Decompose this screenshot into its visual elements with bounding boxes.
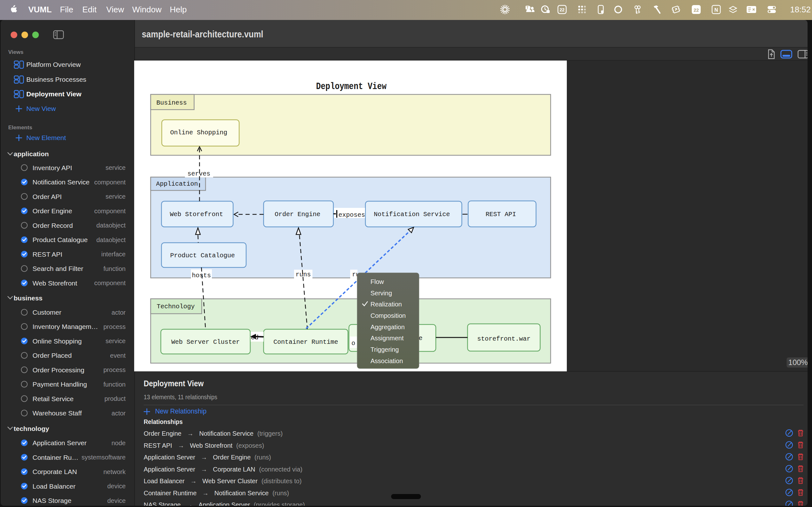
svg-text:New View: New View — [26, 105, 56, 112]
svg-text:product: product — [104, 395, 125, 402]
svg-text:Product Catalogue: Product Catalogue — [33, 236, 88, 243]
svg-text:service: service — [106, 193, 125, 200]
svg-text:Order Engine→Notification Serv: Order Engine→Notification Service(trigge… — [144, 430, 283, 437]
svg-text:component: component — [94, 208, 125, 215]
svg-text:Customer: Customer — [33, 308, 61, 316]
svg-text:Edit: Edit — [83, 5, 97, 14]
svg-text:exposes: exposes — [339, 211, 365, 219]
svg-text:Notification Service: Notification Service — [374, 211, 450, 218]
svg-text:New Relationship: New Relationship — [155, 407, 206, 415]
svg-text:component: component — [94, 279, 125, 286]
svg-text:Application: Application — [156, 180, 198, 187]
svg-text:storefront.war: storefront.war — [477, 335, 530, 343]
svg-text:NAS Storage→Application Server: NAS Storage→Application Server(provides … — [144, 501, 305, 507]
svg-text:Search and Filter: Search and Filter — [33, 265, 84, 272]
svg-text:View: View — [106, 5, 124, 14]
svg-text:Application Server: Application Server — [33, 439, 87, 447]
svg-text:dataobject: dataobject — [96, 222, 126, 229]
svg-text:NAS Storage: NAS Storage — [33, 497, 72, 504]
svg-text:REST API→Web Storefront(expose: REST API→Web Storefront(exposes) — [144, 442, 264, 449]
svg-text:device: device — [107, 483, 125, 490]
svg-text:o: o — [351, 340, 355, 347]
svg-text:REST API: REST API — [486, 211, 516, 218]
svg-text:Container Runtime: Container Runtime — [273, 338, 338, 346]
svg-text:sample-retail-architecture.vum: sample-retail-architecture.vuml — [142, 29, 263, 39]
svg-text:Deployment View: Deployment View — [316, 81, 387, 92]
svg-text:22: 22 — [560, 7, 565, 12]
svg-text:Platform Overview: Platform Overview — [26, 61, 81, 68]
svg-text:Business: Business — [156, 99, 187, 107]
svg-text:event: event — [110, 352, 125, 359]
svg-text:Help: Help — [170, 5, 187, 14]
svg-text:13 elements, 11 relationships: 13 elements, 11 relationships — [144, 393, 217, 400]
svg-text:function: function — [103, 265, 125, 272]
svg-text:Views: Views — [8, 49, 23, 55]
svg-text:Container Ru…: Container Ru… — [33, 454, 79, 461]
svg-text:function: function — [103, 381, 125, 388]
svg-text:Load Balancer→Web Server Clust: Load Balancer→Web Server Cluster(distrib… — [144, 477, 302, 485]
svg-text:Load Balancer: Load Balancer — [33, 483, 75, 490]
svg-text:Assignment: Assignment — [370, 335, 404, 342]
svg-text:actor: actor — [112, 410, 126, 417]
svg-text:Inventory Managem…: Inventory Managem… — [33, 323, 98, 330]
svg-text:Warehouse Staff: Warehouse Staff — [33, 409, 82, 417]
svg-text:service: service — [106, 164, 125, 171]
svg-text:Retail Service: Retail Service — [33, 395, 74, 402]
svg-text:Inventory API: Inventory API — [33, 164, 72, 171]
svg-text:Technology: Technology — [157, 303, 195, 310]
svg-text:Corporate LAN: Corporate LAN — [33, 468, 77, 475]
svg-text:Online Shopping: Online Shopping — [170, 129, 227, 136]
svg-text:Web Storefront: Web Storefront — [33, 279, 78, 287]
svg-text:100%: 100% — [788, 358, 808, 367]
svg-text:component: component — [94, 179, 125, 186]
svg-text:Order Engine: Order Engine — [275, 211, 320, 218]
svg-text:Order Engine: Order Engine — [33, 207, 72, 215]
svg-text:Relationships: Relationships — [144, 418, 183, 425]
svg-text:node: node — [112, 440, 126, 447]
svg-text:Online Shopping: Online Shopping — [33, 337, 82, 345]
svg-text:Web Storefront: Web Storefront — [170, 211, 223, 218]
svg-text:Notification Service: Notification Service — [33, 178, 90, 186]
svg-text:serves: serves — [188, 170, 210, 177]
svg-text:VUML: VUML — [28, 5, 52, 14]
svg-text:Order Record: Order Record — [33, 222, 73, 229]
svg-text:Order API: Order API — [33, 193, 62, 200]
svg-text:actor: actor — [112, 309, 126, 316]
svg-text:Web Server Cluster: Web Server Cluster — [171, 338, 240, 346]
svg-text:Window: Window — [132, 5, 162, 14]
svg-text:Realization: Realization — [370, 301, 402, 308]
svg-text:18:52: 18:52 — [790, 5, 811, 14]
svg-text:Flow: Flow — [370, 278, 384, 285]
svg-text:technology: technology — [14, 425, 49, 432]
svg-text:Composition: Composition — [370, 312, 406, 319]
svg-text:Order Placed: Order Placed — [33, 352, 72, 359]
svg-text:N: N — [714, 7, 718, 13]
svg-text:systemsoftware: systemsoftware — [82, 454, 125, 461]
svg-text:application: application — [14, 150, 49, 158]
svg-text:Association: Association — [370, 357, 403, 364]
svg-text:Deployment View: Deployment View — [26, 90, 82, 98]
svg-text:New Element: New Element — [26, 134, 66, 141]
svg-text:Triggering: Triggering — [370, 346, 399, 353]
svg-text:Container Runtime→Notification: Container Runtime→Notification Service(r… — [144, 490, 289, 497]
svg-text:business: business — [14, 294, 43, 302]
svg-text:process: process — [103, 323, 125, 330]
svg-text:22: 22 — [694, 7, 699, 13]
svg-text:Payment Handling: Payment Handling — [33, 381, 87, 388]
svg-text:Business Processes: Business Processes — [26, 76, 86, 83]
svg-text:device: device — [107, 497, 125, 504]
svg-text:interface: interface — [101, 250, 125, 258]
svg-text:dataobject: dataobject — [96, 236, 126, 243]
svg-text:File: File — [60, 5, 73, 14]
svg-text:Elements: Elements — [8, 124, 32, 130]
svg-text:hosts: hosts — [192, 272, 211, 279]
svg-text:REST API: REST API — [33, 250, 62, 258]
svg-text:Order Processing: Order Processing — [33, 366, 84, 374]
svg-text:Aggregation: Aggregation — [370, 324, 405, 331]
svg-text:network: network — [103, 468, 126, 475]
svg-text:Serving: Serving — [370, 290, 392, 297]
svg-text:Application Server→Corporate L: Application Server→Corporate LAN(connect… — [144, 466, 302, 473]
svg-text:service: service — [106, 337, 125, 344]
svg-text:process: process — [103, 366, 125, 373]
svg-text:T: T — [526, 6, 528, 9]
